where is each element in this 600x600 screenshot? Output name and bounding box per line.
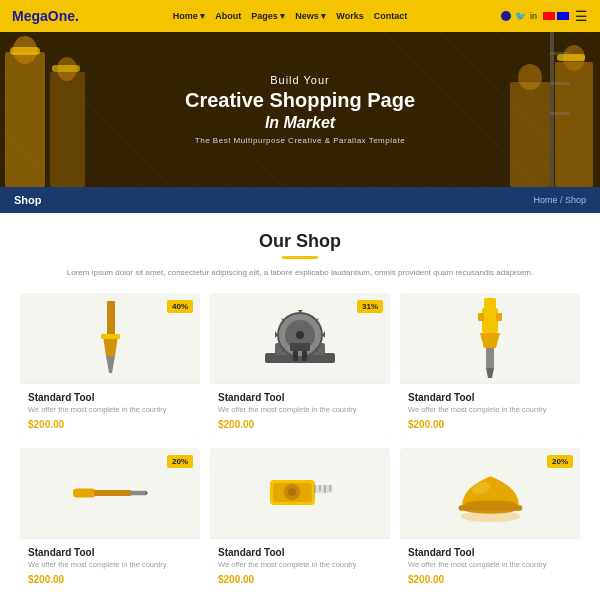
product-info-4: Standard Tool We offer the most complete… [20, 538, 200, 593]
svg-rect-12 [550, 52, 570, 55]
product-card-4[interactable]: 20% Standard Tool We offer the most comp… [20, 448, 200, 593]
product-name-4: Standard Tool [28, 547, 192, 558]
product-grid: 40% Standard Tool We offer the most comp… [20, 293, 580, 593]
product-info-6: Standard Tool We offer the most complete… [400, 538, 580, 593]
product-badge-4: 20% [167, 455, 193, 468]
shop-heading-underline [282, 256, 318, 259]
product-badge-6: 20% [547, 455, 573, 468]
hero-market: In Market [185, 114, 415, 132]
svg-rect-38 [486, 348, 494, 368]
nav-about[interactable]: About [215, 11, 241, 21]
svg-rect-56 [458, 505, 522, 511]
drill-icon [470, 298, 510, 378]
svg-rect-41 [496, 313, 502, 321]
svg-rect-44 [130, 491, 147, 496]
scaffolding [490, 32, 570, 187]
svg-rect-18 [101, 334, 120, 339]
svg-rect-42 [73, 488, 96, 497]
nav-works[interactable]: Works [336, 11, 363, 21]
product-price-1: $200.00 [28, 419, 192, 430]
breadcrumb-bar: Shop Home / Shop [0, 187, 600, 213]
flag-red[interactable] [543, 12, 555, 20]
nav-contact[interactable]: Contact [374, 11, 408, 21]
product-card-6[interactable]: 20% Standard Tool We offer the most comp… [400, 448, 580, 593]
svg-rect-32 [290, 343, 310, 351]
product-price-4: $200.00 [28, 574, 192, 585]
flag-blue[interactable] [557, 12, 569, 20]
svg-rect-2 [10, 47, 40, 55]
svg-point-54 [288, 488, 296, 496]
navbar-right: 🐦 in ☰ [501, 8, 588, 24]
hero-content: Build Your Creative Shopping Page In Mar… [185, 74, 415, 145]
product-name-2: Standard Tool [218, 392, 382, 403]
breadcrumb-shop-label: Shop [14, 194, 42, 206]
saw-icon [260, 303, 340, 373]
product-name-5: Standard Tool [218, 547, 382, 558]
svg-point-23 [296, 331, 304, 339]
product-info-5: Standard Tool We offer the most complete… [210, 538, 390, 593]
product-price-2: $200.00 [218, 419, 382, 430]
product-name-1: Standard Tool [28, 392, 192, 403]
nav-news[interactable]: News ▾ [295, 11, 326, 21]
hero-workers-left [0, 32, 90, 187]
social-icon-3[interactable]: in [530, 11, 537, 21]
breadcrumb-links: Home / Shop [533, 195, 586, 205]
language-flags [543, 12, 569, 20]
logo[interactable]: MegaOne. [12, 8, 79, 24]
product-card-2[interactable]: 31% [210, 293, 390, 438]
screwdriver-icon [73, 479, 148, 507]
product-name-6: Standard Tool [408, 547, 572, 558]
svg-rect-11 [550, 32, 554, 187]
svg-marker-17 [106, 356, 115, 373]
hamburger-button[interactable]: ☰ [575, 8, 588, 24]
product-name-3: Standard Tool [408, 392, 572, 403]
product-price-3: $200.00 [408, 419, 572, 430]
svg-rect-0 [5, 52, 45, 187]
nav-pages[interactable]: Pages ▾ [251, 11, 285, 21]
product-card-1[interactable]: 40% Standard Tool We offer the most comp… [20, 293, 200, 438]
brush-icon [83, 301, 138, 376]
shop-heading: Our Shop [20, 231, 580, 252]
facebook-icon[interactable] [501, 11, 511, 21]
product-badge-2: 31% [357, 300, 383, 313]
product-badge-1: 40% [167, 300, 193, 313]
svg-rect-13 [550, 82, 570, 85]
helmet-icon [453, 463, 528, 523]
product-card-5[interactable]: Standard Tool We offer the most complete… [210, 448, 390, 593]
product-tagline-3: We offer the most complete in the countr… [408, 405, 572, 415]
product-tagline-5: We offer the most complete in the countr… [218, 560, 382, 570]
product-tagline-1: We offer the most complete in the countr… [28, 405, 192, 415]
svg-rect-3 [50, 72, 85, 187]
product-tagline-4: We offer the most complete in the countr… [28, 560, 192, 570]
shop-section: Our Shop Lorem ipsum dolor sit amet, con… [0, 213, 600, 593]
navbar: MegaOne. Home ▾ About Pages ▾ News ▾ Wor… [0, 0, 600, 32]
svg-rect-43 [94, 490, 132, 496]
svg-rect-33 [293, 351, 298, 361]
product-card-3[interactable]: Standard Tool We offer the most complete… [400, 293, 580, 438]
nav-menu: Home ▾ About Pages ▾ News ▾ Works Contac… [173, 11, 407, 21]
tape-icon [265, 465, 335, 520]
product-info-2: Standard Tool We offer the most complete… [210, 383, 390, 438]
product-image-3 [400, 293, 580, 383]
product-price-5: $200.00 [218, 574, 382, 585]
svg-rect-15 [107, 301, 115, 336]
product-tagline-2: We offer the most complete in the countr… [218, 405, 382, 415]
shop-description: Lorem ipsum dolor sit amet, consectetur … [20, 267, 580, 279]
hero-description: The Best Multipurpose Creative & Paralla… [185, 136, 415, 145]
product-info-1: Standard Tool We offer the most complete… [20, 383, 200, 438]
product-info-3: Standard Tool We offer the most complete… [400, 383, 580, 438]
svg-rect-14 [550, 112, 570, 115]
svg-rect-40 [478, 313, 484, 321]
twitter-icon[interactable]: 🐦 [515, 11, 526, 21]
hero-title: Creative Shopping Page [185, 88, 415, 112]
logo-text: MegaOne. [12, 8, 79, 24]
nav-home[interactable]: Home ▾ [173, 11, 206, 21]
svg-rect-34 [302, 351, 307, 361]
svg-marker-39 [486, 368, 494, 378]
product-price-6: $200.00 [408, 574, 572, 585]
product-image-5 [210, 448, 390, 538]
product-tagline-6: We offer the most complete in the countr… [408, 560, 572, 570]
svg-marker-37 [480, 333, 500, 348]
hero-subtitle: Build Your [185, 74, 415, 86]
svg-rect-36 [482, 308, 498, 333]
